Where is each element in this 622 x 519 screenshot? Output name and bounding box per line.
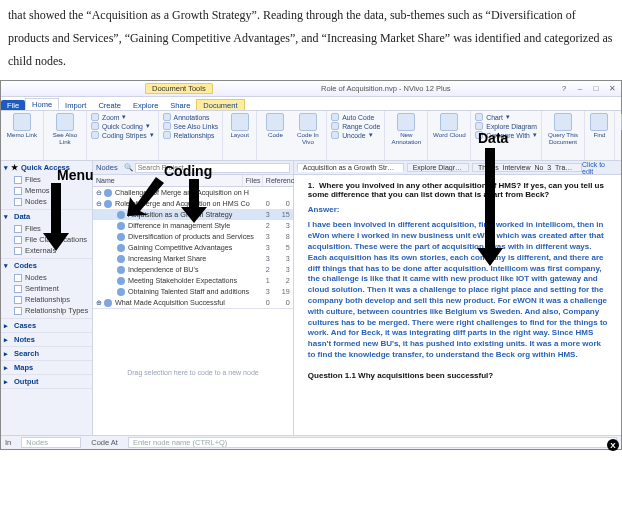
nav-memos[interactable]: Memos xyxy=(14,185,89,196)
col-files[interactable]: Files xyxy=(246,177,261,184)
ribbon: Memo Link See Also Link Zoom ▾ Quick Cod… xyxy=(1,111,621,161)
toggle-icon[interactable]: ⊖ xyxy=(96,188,104,197)
node-row[interactable]: ⊖Challenges of Merge and Acquisition on … xyxy=(93,187,293,198)
node-row[interactable]: Gaining Competitive Advantages35 xyxy=(93,242,293,253)
nvivo-window: Document Tools Role of Acquisition.nvp -… xyxy=(0,80,622,450)
maximize-button[interactable]: □ xyxy=(591,84,601,93)
nav-externals[interactable]: Externals xyxy=(14,245,89,256)
navigation-panel: ▾★Quick Access Files Memos Nodes ▾Data F… xyxy=(1,161,93,435)
externals-icon xyxy=(14,247,22,255)
nav-files[interactable]: Files xyxy=(14,174,89,185)
tab-explore[interactable]: Explore xyxy=(127,100,164,110)
find-button[interactable]: Find xyxy=(589,113,610,138)
toggle-icon[interactable]: ⊕ xyxy=(96,298,104,307)
range-code-button[interactable]: Range Code xyxy=(331,122,380,130)
document-reader: Acquisition as a Growth Strateg Explore … xyxy=(294,161,621,435)
node-files: 2 xyxy=(254,265,270,274)
nav-quick-access[interactable]: ▾★Quick Access xyxy=(4,163,89,172)
question-text: Where you involved in any other acquisit… xyxy=(308,181,604,199)
node-name: Gaining Competitive Advantages xyxy=(128,243,254,252)
nav-data[interactable]: ▾Data xyxy=(4,212,89,221)
node-row[interactable]: Diversification of products and Services… xyxy=(93,231,293,242)
node-row[interactable]: ⊖Role of Merge and Acquisition on HMS Co… xyxy=(93,198,293,209)
col-name[interactable]: Name xyxy=(96,177,115,184)
node-files: 3 xyxy=(254,210,270,219)
nav-sentiment[interactable]: Sentiment xyxy=(14,283,89,294)
chart-button[interactable]: Chart ▾ xyxy=(475,113,537,121)
nodes-header: Nodes xyxy=(96,163,118,172)
nav-relationships[interactable]: Relationships xyxy=(14,294,89,305)
node-row[interactable]: Independence of BU's23 xyxy=(93,264,293,275)
chevron-right-icon: ▸ xyxy=(4,378,8,386)
help-icon[interactable]: ? xyxy=(559,84,569,93)
question-1-1: Question 1.1 Why acquisitions been succe… xyxy=(308,371,609,380)
node-row[interactable]: Obtaining Talented Staff and additions31… xyxy=(93,286,293,297)
footer-code-at-label: Code At xyxy=(91,438,118,447)
toggle-icon[interactable]: ⊖ xyxy=(96,199,104,208)
nav-file-classifications[interactable]: File Classifications xyxy=(14,234,89,245)
code-button[interactable]: Code xyxy=(261,113,290,138)
click-to-edit[interactable]: Click to edit xyxy=(582,161,617,175)
nav-search[interactable]: ▸Search xyxy=(4,349,89,358)
nav-nodes[interactable]: Nodes xyxy=(14,196,89,207)
search-project-input[interactable] xyxy=(135,163,290,173)
file-class-icon xyxy=(14,236,22,244)
nav-output[interactable]: ▸Output xyxy=(4,377,89,386)
drag-hint[interactable]: Drag selection here to code to a new nod… xyxy=(93,308,293,435)
explore-diagram-button[interactable]: Explore Diagram xyxy=(475,122,537,130)
zoom-button[interactable]: Zoom ▾ xyxy=(91,113,154,121)
nav-codes-nodes[interactable]: Nodes xyxy=(14,272,89,283)
reader-tab-transcript[interactable]: Thesis_Interview_No_3_Transcri xyxy=(472,163,582,172)
tab-create[interactable]: Create xyxy=(92,100,127,110)
node-name: Difference in management Style xyxy=(128,221,254,230)
nav-maps[interactable]: ▸Maps xyxy=(4,363,89,372)
reader-tab-node[interactable]: Acquisition as a Growth Strateg xyxy=(297,163,404,172)
layout-button[interactable]: Layout xyxy=(227,113,252,138)
relationships-toggle[interactable]: Relationships xyxy=(163,131,219,139)
memo-link-button[interactable]: Memo Link xyxy=(5,113,39,138)
compare-with-button[interactable]: Compare With ▾ xyxy=(475,131,537,139)
tab-home[interactable]: Home xyxy=(25,98,59,110)
node-row[interactable]: Difference in management Style23 xyxy=(93,220,293,231)
code-invivo-button[interactable]: Code In Vivo xyxy=(294,113,323,144)
node-icon xyxy=(117,266,125,274)
footer-code-input[interactable]: Enter node name (CTRL+Q) xyxy=(128,437,617,448)
close-button[interactable]: ✕ xyxy=(607,84,617,93)
uncode-button[interactable]: Uncode ▾ xyxy=(331,131,380,139)
document-content[interactable]: 1. Where you involved in any other acqui… xyxy=(294,175,621,435)
node-name: Acquisition as a Growth Strategy xyxy=(128,210,254,219)
node-row[interactable]: Increasing Market Share33 xyxy=(93,253,293,264)
tab-document[interactable]: Document xyxy=(196,99,244,110)
reader-tabs: Acquisition as a Growth Strateg Explore … xyxy=(294,161,621,175)
node-refs: 2 xyxy=(270,276,290,285)
reader-tab-diagram[interactable]: Explore Diagram xyxy=(407,163,469,172)
quick-coding-button[interactable]: Quick Coding ▾ xyxy=(91,122,154,130)
auto-code-button[interactable]: Auto Code xyxy=(331,113,380,121)
node-refs: 3 xyxy=(270,265,290,274)
compare-icon xyxy=(475,131,483,139)
nav-relationship-types[interactable]: Relationship Types xyxy=(14,305,89,316)
node-row[interactable]: Acquisition as a Growth Strategy315 xyxy=(93,209,293,220)
nav-cases[interactable]: ▸Cases xyxy=(4,321,89,330)
node-files: 0 xyxy=(254,199,270,208)
node-name: Challenges of Merge and Acquisition on H xyxy=(115,188,254,197)
node-files: 0 xyxy=(254,298,270,307)
query-doc-button[interactable]: Query This Document xyxy=(546,113,580,144)
tab-file[interactable]: File xyxy=(1,100,25,110)
node-row[interactable]: Meeting Stakeholder Expectations12 xyxy=(93,275,293,286)
nav-data-files[interactable]: Files xyxy=(14,223,89,234)
annotations-toggle[interactable]: Annotations xyxy=(163,113,219,121)
see-also-links-toggle[interactable]: See Also Links xyxy=(163,122,219,130)
footer-in-value[interactable]: Nodes xyxy=(21,437,81,448)
node-row[interactable]: ⊕What Made Acquisition Successful00 xyxy=(93,297,293,308)
coding-stripes-button[interactable]: Coding Stripes ▾ xyxy=(91,131,154,139)
search-icon: 🔍 xyxy=(124,163,133,172)
tab-import[interactable]: Import xyxy=(59,100,92,110)
nav-codes[interactable]: ▾Codes xyxy=(4,261,89,270)
minimize-button[interactable]: – xyxy=(575,84,585,93)
tab-share[interactable]: Share xyxy=(164,100,196,110)
nav-notes[interactable]: ▸Notes xyxy=(4,335,89,344)
new-annotation-button[interactable]: New Annotation xyxy=(389,113,423,144)
word-cloud-button[interactable]: Word Cloud xyxy=(432,113,466,138)
see-also-link-button[interactable]: See Also Link xyxy=(48,113,82,144)
